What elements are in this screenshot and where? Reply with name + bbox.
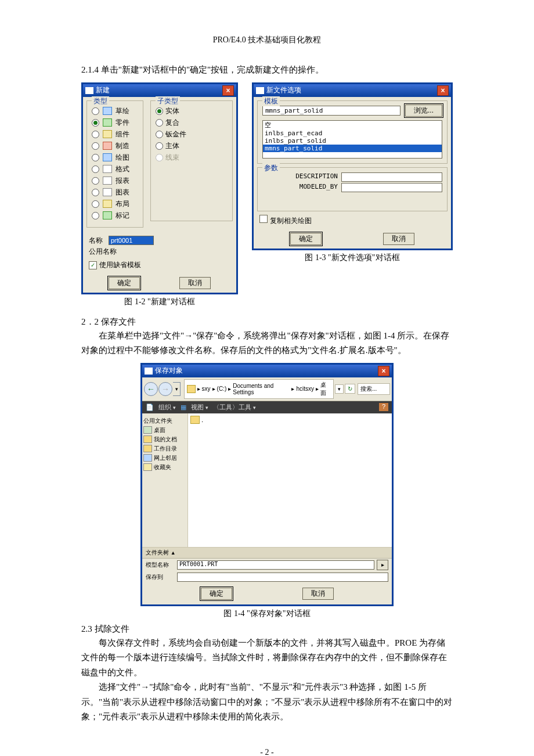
subtype-sheetmetal[interactable]: 钣金件: [156, 129, 228, 139]
type-report[interactable]: 报表: [92, 176, 138, 186]
ok-button[interactable]: 确定: [109, 277, 140, 289]
cancel-button[interactable]: 取消: [302, 588, 334, 600]
cancel-button[interactable]: 取消: [383, 233, 414, 245]
sidebar-item-common-folders: 公用文件夹: [143, 417, 186, 425]
dropdown-icon[interactable]: ▾: [335, 384, 344, 394]
saveto-row: 保存到: [142, 571, 392, 583]
section-heading: 2．2 保存文件: [81, 316, 453, 327]
type-markup[interactable]: 标记: [92, 211, 138, 221]
titlebar: 新文件选项 ×: [254, 84, 451, 97]
file-area[interactable]: .: [188, 413, 392, 547]
type-sketch[interactable]: 草绘: [92, 106, 138, 116]
body-text: 选择"文件"→"拭除"命令，此时有"当前"、"不显示"和"元件表示"3 种选择，…: [81, 680, 453, 725]
subtype-harness: 线束: [156, 153, 228, 163]
help-icon[interactable]: ?: [379, 403, 388, 411]
type-format[interactable]: 格式: [92, 164, 138, 174]
save-object-dialog: 保存对象 × ← → ▾ ▸sxy ▸(C:) ▸Documents and S…: [140, 363, 394, 606]
titlebar: 新建 ×: [83, 84, 236, 97]
lookup-icon[interactable]: ▸: [377, 560, 388, 570]
common-name-row: 公用名称: [89, 247, 230, 257]
button-row: 确定 取消: [142, 583, 392, 604]
type-drawing[interactable]: 绘图: [92, 153, 138, 163]
sidebar-item-desktop[interactable]: 桌面: [143, 426, 186, 434]
cancel-button[interactable]: 取消: [179, 277, 211, 289]
name-label: 名称: [89, 236, 103, 246]
param-input[interactable]: [341, 172, 442, 182]
type-diagram[interactable]: 图表: [92, 188, 138, 197]
browse-button[interactable]: 浏览...: [405, 105, 442, 117]
app-icon: [256, 87, 264, 94]
type-part[interactable]: 零件: [92, 118, 138, 128]
common-name-label: 公用名称: [89, 247, 117, 257]
dialog-title: 保存对象: [155, 366, 183, 376]
nav-bar: ← → ▾ ▸sxy ▸(C:) ▸Documents and Settings…: [142, 377, 392, 401]
forward-icon: →: [158, 382, 172, 396]
copy-drawing-row[interactable]: 复制相关绘图: [259, 215, 445, 226]
model-name-input[interactable]: PRT0001.PRT: [177, 560, 374, 570]
tools-menu[interactable]: 〈工具〉工具 ▾: [213, 403, 256, 412]
dialog-title: 新文件选项: [266, 85, 301, 95]
list-item[interactable]: 空: [263, 121, 442, 129]
folder-icon: [187, 385, 196, 393]
subtype-bulk[interactable]: 主体: [156, 141, 228, 151]
button-row: 确定 取消: [83, 273, 236, 293]
model-name-label: 模型名称: [146, 561, 177, 569]
saveto-label: 保存到: [146, 573, 177, 581]
figure-row: 新建 × 类型 草绘 零件 组件 制造 绘图 格式 报表 图表: [81, 82, 453, 312]
group-label: 参数: [262, 163, 280, 173]
subtype-composite[interactable]: 复合: [156, 118, 228, 128]
ok-button[interactable]: 确定: [290, 233, 322, 245]
list-item[interactable]: inlbs_part_solid: [263, 137, 442, 145]
type-layout[interactable]: 布局: [92, 199, 138, 209]
type-assembly[interactable]: 组件: [92, 129, 138, 139]
sidebar-item-favorites[interactable]: 收藏夹: [143, 463, 186, 471]
subtype-group: 子类型 实体 复合 钣金件 主体 线束: [150, 100, 233, 221]
new-file-options-dialog: 新文件选项 × 模板 mmns_part_solid 浏览... 空 inlbs…: [252, 82, 453, 250]
side-pane: 公用文件夹 桌面 我的文档 工作目录 网上邻居 收藏夹: [142, 413, 188, 547]
search-input[interactable]: 搜索...: [358, 383, 390, 395]
subtype-solid[interactable]: 实体: [156, 106, 228, 116]
name-input[interactable]: [109, 236, 154, 245]
section-heading: 2.3 拭除文件: [81, 624, 453, 635]
param-row: DESCRIPTION: [262, 172, 442, 182]
close-icon[interactable]: ×: [437, 85, 449, 96]
list-item-selected[interactable]: mmns_part_solid: [263, 145, 442, 152]
type-mfg[interactable]: 制造: [92, 141, 138, 151]
template-group: 模板 mmns_part_solid 浏览... 空 inlbs_part_ec…: [257, 100, 448, 164]
figure-caption: 图 1-2 "新建"对话框: [81, 297, 238, 307]
saveto-input[interactable]: [177, 573, 388, 582]
body-text: 在菜单栏中选择"文件"→"保存"命令，系统将弹出"保存对象"对话框，如图 1-4…: [81, 329, 453, 358]
checkbox-icon[interactable]: [259, 215, 268, 223]
back-icon[interactable]: ←: [144, 382, 158, 396]
figure-caption: 图 1-3 "新文件选项"对话框: [252, 253, 453, 263]
page-number: - 2 -: [81, 748, 453, 757]
folder-tree-header[interactable]: 文件夹树 ▲: [142, 548, 392, 559]
param-label: MODELED_BY: [262, 183, 341, 192]
name-row: 名称: [89, 236, 230, 246]
history-dropdown-icon[interactable]: ▾: [173, 382, 181, 396]
organize-menu[interactable]: 组织 ▾: [158, 403, 176, 412]
template-list[interactable]: 空 inlbs_part_ecad inlbs_part_solid mmns_…: [262, 120, 442, 159]
sidebar-item-workdir[interactable]: 工作目录: [143, 445, 186, 453]
dialog-body: 公用文件夹 桌面 我的文档 工作目录 网上邻居 收藏夹 .: [142, 413, 392, 547]
view-menu[interactable]: 视图 ▾: [191, 403, 208, 412]
refresh-icon[interactable]: ↻: [345, 384, 355, 394]
param-row: MODELED_BY: [262, 183, 442, 192]
dialog-title: 新建: [96, 85, 110, 95]
close-icon[interactable]: ×: [378, 366, 389, 376]
close-icon[interactable]: ×: [222, 85, 234, 96]
sidebar-item-documents[interactable]: 我的文档: [143, 435, 186, 444]
list-item[interactable]: inlbs_part_ecad: [263, 129, 442, 137]
ok-button[interactable]: 确定: [201, 588, 232, 600]
breadcrumb[interactable]: ▸sxy ▸(C:) ▸Documents and Settings ▸hcit…: [184, 379, 334, 399]
sidebar-item-network[interactable]: 网上邻居: [143, 454, 186, 462]
param-input[interactable]: [341, 183, 442, 192]
view-icon: ▦: [181, 404, 186, 411]
app-icon: [85, 87, 93, 94]
up-folder[interactable]: .: [190, 416, 389, 424]
group-label: 类型: [92, 96, 109, 106]
checkbox-icon[interactable]: ✓: [89, 261, 97, 269]
default-template-row[interactable]: ✓使用缺省模板: [89, 260, 230, 270]
template-field[interactable]: mmns_part_solid: [262, 106, 400, 116]
group-label: 子类型: [156, 96, 180, 106]
